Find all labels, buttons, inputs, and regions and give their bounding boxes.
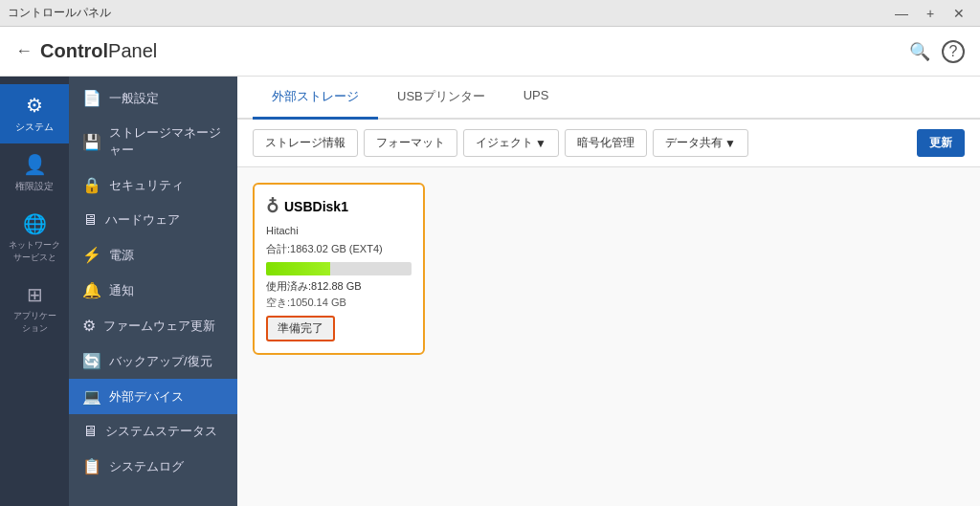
refresh-button[interactable]: 更新 — [917, 129, 965, 157]
main-body: ⚙ システム 👤 権限設定 🌐 ネットワークサービスと ⊞ アプリケーション 📄… — [0, 77, 980, 506]
sidebar-external-label: 外部デバイス — [109, 388, 184, 406]
data-share-label: データ共有 — [665, 135, 723, 151]
tab-bar: 外部ストレージ USBプリンター UPS — [237, 77, 980, 120]
notifications-icon: 🔔 — [82, 281, 101, 299]
sidebar-syslog-label: システムログ — [109, 458, 184, 475]
sidebar-backup[interactable]: 🔄 バックアップ/復元 — [69, 343, 237, 379]
drive-total: 合計:1863.02 GB (EXT4) — [266, 242, 412, 256]
toolbar: ストレージ情報 フォーマット イジェクト ▼ 暗号化管理 データ共有 ▼ 更新 — [237, 120, 980, 167]
sidebar-notifications-label: 通知 — [109, 282, 134, 299]
drives-area: ♁ USBDisk1 Hitachi 合計:1863.02 GB (EXT4) … — [237, 167, 980, 506]
storage-info-button[interactable]: ストレージ情報 — [253, 129, 358, 157]
close-button[interactable]: ✕ — [946, 0, 972, 27]
sidebar-security-label: セキュリティ — [109, 177, 184, 194]
usb-icon: ♁ — [266, 196, 278, 217]
drive-bar-background — [266, 262, 412, 275]
sidebar-general-label: 一般設定 — [109, 90, 159, 107]
drive-bar-fill — [266, 262, 330, 275]
drive-vendor: Hitachi — [266, 225, 412, 236]
app-container: ← ControlPanel 🔍 ? ⚙ システム 👤 権限設定 🌐 ネットワー… — [0, 27, 980, 506]
firmware-icon: ⚙ — [82, 317, 96, 335]
sidebar-general[interactable]: 📄 一般設定 — [69, 80, 237, 116]
sidebar-notifications[interactable]: 🔔 通知 — [69, 273, 237, 308]
general-icon: 📄 — [82, 89, 101, 107]
data-share-arrow: ▼ — [724, 137, 736, 150]
tab-external-storage[interactable]: 外部ストレージ — [253, 77, 378, 120]
drive-card: ♁ USBDisk1 Hitachi 合計:1863.02 GB (EXT4) … — [253, 183, 425, 355]
drive-name: USBDisk1 — [284, 199, 348, 214]
sidebar-item-system-label: システム — [15, 121, 54, 134]
title-bold: Control — [40, 40, 108, 61]
format-button[interactable]: フォーマット — [364, 129, 457, 157]
sidebar-hardware[interactable]: 🖥 ハードウェア — [69, 203, 237, 237]
drive-used-label: 使用済み: — [266, 280, 311, 292]
data-share-button[interactable]: データ共有 ▼ — [653, 129, 748, 157]
sidebar-storage-label: ストレージマネージャー — [109, 124, 224, 159]
syslog-icon: 📋 — [82, 457, 101, 475]
drive-free: 空き:1050.14 GB — [266, 296, 412, 310]
header-left: ← ControlPanel — [15, 40, 157, 62]
network-icon: 🌐 — [23, 212, 47, 235]
sidebar-firmware-label: ファームウェア更新 — [103, 318, 215, 335]
sidebar-syslog[interactable]: 📋 システムログ — [69, 449, 237, 484]
sidebar-external[interactable]: 💻 外部デバイス — [69, 379, 237, 414]
storage-icon: 💾 — [82, 133, 101, 151]
sidebar-item-system[interactable]: ⚙ システム — [0, 84, 69, 143]
search-button[interactable]: 🔍 — [909, 41, 930, 62]
security-icon: 🔒 — [82, 176, 101, 194]
header-right: 🔍 ? — [909, 40, 965, 63]
encryption-button[interactable]: 暗号化管理 — [565, 129, 647, 157]
eject-arrow: ▼ — [535, 137, 546, 150]
sidebar-item-privileges[interactable]: 👤 権限設定 — [0, 143, 69, 203]
power-icon: ⚡ — [82, 246, 101, 264]
sidebar-item-privileges-label: 権限設定 — [15, 180, 54, 193]
drive-total-value: 1863.02 GB (EXT4) — [290, 243, 383, 254]
sidebar-security[interactable]: 🔒 セキュリティ — [69, 167, 237, 203]
drive-card-title: ♁ USBDisk1 — [266, 196, 412, 217]
sidebar-item-apps-label: アプリケーション — [13, 310, 56, 335]
app-header: ← ControlPanel 🔍 ? — [0, 27, 980, 77]
external-icon: 💻 — [82, 387, 101, 406]
drive-status-badge: 準備完了 — [266, 316, 335, 341]
sidebar-left: ⚙ システム 👤 権限設定 🌐 ネットワークサービスと ⊞ アプリケーション — [0, 77, 69, 506]
sidebar-sysstatus[interactable]: 🖥 システムステータス — [69, 414, 237, 449]
sidebar-backup-label: バックアップ/復元 — [109, 353, 212, 370]
app-title: ControlPanel — [40, 40, 157, 62]
system-icon: ⚙ — [26, 94, 43, 117]
sidebar-item-network-label: ネットワークサービスと — [9, 239, 60, 264]
privileges-icon: 👤 — [23, 153, 47, 176]
maximize-button[interactable]: + — [917, 0, 944, 27]
sidebar-hardware-label: ハードウェア — [105, 211, 180, 229]
drive-used-value: 812.88 GB — [311, 280, 362, 292]
sidebar-power-label: 電源 — [109, 247, 134, 264]
sidebar-sysstatus-label: システムステータス — [105, 423, 217, 440]
sidebar-storage[interactable]: 💾 ストレージマネージャー — [69, 116, 237, 167]
drive-used: 使用済み:812.88 GB — [266, 279, 412, 294]
window-controls: — + ✕ — [888, 0, 972, 27]
titlebar: コントロールパネル — + ✕ — [0, 0, 980, 27]
tab-ups[interactable]: UPS — [504, 77, 568, 120]
sidebar-second: 📄 一般設定 💾 ストレージマネージャー 🔒 セキュリティ 🖥 ハードウェア ⚡… — [69, 77, 237, 506]
tab-usb-printer[interactable]: USBプリンター — [378, 77, 504, 120]
content-area: 外部ストレージ USBプリンター UPS ストレージ情報 フォーマット イジェク… — [237, 77, 980, 506]
help-button[interactable]: ? — [942, 40, 965, 63]
sidebar-power[interactable]: ⚡ 電源 — [69, 237, 237, 273]
drive-total-label: 合計: — [266, 243, 290, 254]
minimize-button[interactable]: — — [888, 0, 915, 27]
sidebar-item-network[interactable]: 🌐 ネットワークサービスと — [0, 203, 69, 274]
eject-label: イジェクト — [476, 135, 533, 151]
drive-free-value: 1050.14 GB — [290, 297, 346, 308]
sidebar-firmware[interactable]: ⚙ ファームウェア更新 — [69, 308, 237, 343]
backup-icon: 🔄 — [82, 352, 101, 370]
drive-free-label: 空き: — [266, 297, 290, 308]
eject-button[interactable]: イジェクト ▼ — [463, 129, 559, 157]
titlebar-title: コントロールパネル — [8, 5, 111, 21]
apps-icon: ⊞ — [27, 283, 43, 306]
back-button[interactable]: ← — [15, 41, 33, 61]
title-normal: Panel — [108, 40, 157, 61]
sidebar-item-apps[interactable]: ⊞ アプリケーション — [0, 274, 69, 344]
hardware-icon: 🖥 — [82, 211, 98, 229]
sysstatus-icon: 🖥 — [82, 423, 98, 440]
